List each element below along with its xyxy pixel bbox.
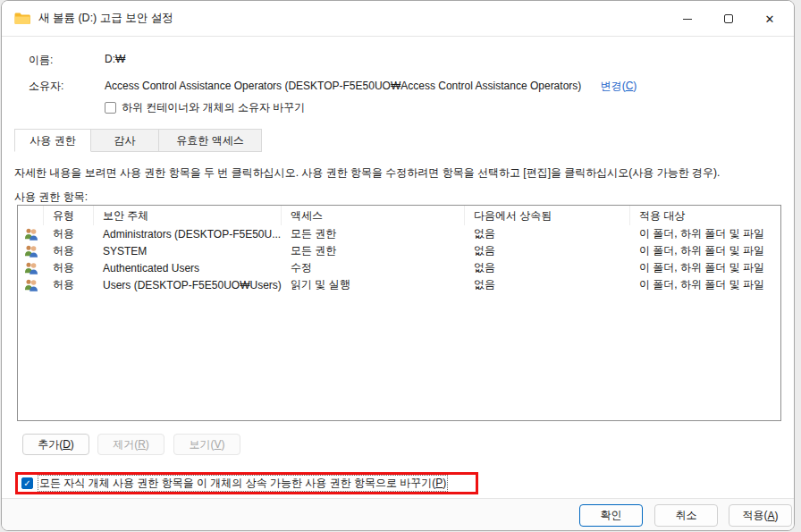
owner-value: Access Control Assistance Operators (DES… — [105, 80, 581, 92]
users-icon — [18, 227, 44, 241]
tab-auditing[interactable]: 감사 — [91, 129, 159, 152]
name-value: D:₩ — [105, 53, 125, 65]
tab-effective-access[interactable]: 유효한 액세스 — [159, 129, 262, 152]
replace-owner-checkbox-label: 하위 컨테이너와 개체의 소유자 바꾸기 — [122, 100, 305, 115]
maximize-button[interactable] — [708, 1, 749, 37]
replace-owner-checkbox-row: 하위 컨테이너와 개체의 소유자 바꾸기 — [105, 100, 305, 115]
permission-entries-list[interactable]: 유형 보안 주체 액세스 다음에서 상속됨 적용 대상 허용 Administr… — [17, 205, 781, 421]
owner-row: Access Control Assistance Operators (DES… — [105, 79, 637, 94]
permission-entries-label: 사용 권한 항목: — [14, 190, 88, 205]
tab-strip: 사용 권한 감사 유효한 액세스 — [14, 129, 262, 152]
column-header-access[interactable]: 액세스 — [282, 206, 465, 225]
description-text: 자세한 내용을 보려면 사용 권한 항목을 두 번 클릭하십시오. 사용 권한 … — [14, 165, 790, 181]
owner-label: 소유자: — [29, 79, 63, 94]
red-annotation-box: ✓ 모든 자식 개체 사용 권한 항목을 이 개체의 상속 가능한 사용 권한 … — [15, 472, 478, 494]
replace-child-permissions-label: 모든 자식 개체 사용 권한 항목을 이 개체의 상속 가능한 사용 권한 항목… — [38, 475, 448, 492]
ok-button[interactable]: 확인 — [579, 504, 643, 527]
add-button[interactable]: 추가(D) — [22, 434, 89, 455]
column-header-inherited-from[interactable]: 다음에서 상속됨 — [465, 206, 630, 225]
column-header-principal[interactable]: 보안 주체 — [94, 206, 282, 225]
remove-button[interactable]: 제거(R) — [97, 434, 164, 455]
users-icon — [18, 244, 44, 258]
close-icon: ✕ — [765, 13, 775, 25]
cancel-button[interactable]: 취소 — [654, 504, 718, 527]
title-bar: 새 볼륨 (D:) 고급 보안 설정 ✕ — [2, 1, 794, 37]
footer-separator — [2, 498, 794, 499]
tab-permissions[interactable]: 사용 권한 — [14, 129, 91, 152]
caption-controls: ✕ — [667, 1, 790, 37]
maximize-icon — [724, 14, 733, 23]
table-row[interactable]: 허용 SYSTEM 모든 권한 없음 이 폴더, 하위 폴더 및 파일 — [18, 242, 780, 259]
minimize-icon — [683, 19, 692, 20]
window-title: 새 볼륨 (D:) 고급 보안 설정 — [38, 11, 173, 26]
users-icon — [18, 278, 44, 292]
replace-child-permissions-checkbox[interactable]: ✓ — [21, 477, 33, 489]
table-row[interactable]: 허용 Users (DESKTOP-F5E50UO₩Users) 읽기 및 실행… — [18, 276, 780, 293]
table-row[interactable]: 허용 Authenticated Users 수정 없음 이 폴더, 하위 폴더… — [18, 259, 780, 276]
table-row[interactable]: 허용 Administrators (DESKTOP-F5E50U... 모든 … — [18, 225, 780, 242]
minimize-button[interactable] — [667, 1, 708, 37]
column-header-icon[interactable] — [18, 206, 44, 225]
name-label: 이름: — [29, 53, 53, 68]
column-header-applies-to[interactable]: 적용 대상 — [630, 206, 780, 225]
users-icon — [18, 261, 44, 275]
view-button[interactable]: 보기(V) — [173, 434, 240, 455]
change-owner-link[interactable]: 변경(C) — [601, 80, 637, 92]
table-header: 유형 보안 주체 액세스 다음에서 상속됨 적용 대상 — [18, 206, 780, 225]
advanced-security-settings-dialog: 새 볼륨 (D:) 고급 보안 설정 ✕ 이름: D:₩ 소유자: Access… — [1, 0, 795, 531]
apply-button[interactable]: 적용(A) — [729, 504, 792, 527]
column-header-type[interactable]: 유형 — [44, 206, 94, 225]
folder-icon — [14, 13, 30, 25]
close-button[interactable]: ✕ — [749, 1, 790, 37]
replace-owner-checkbox[interactable] — [105, 102, 116, 114]
